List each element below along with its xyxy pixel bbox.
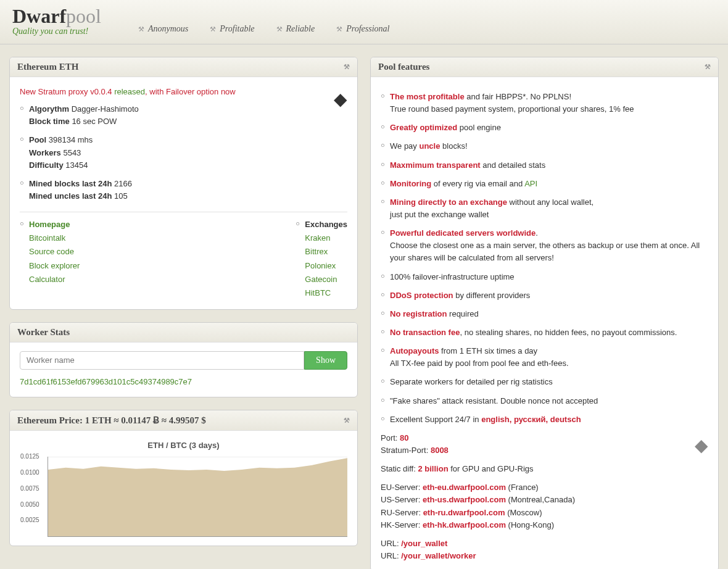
homepage-link[interactable]: Homepage <box>29 220 70 229</box>
right-links: Exchanges Kraken Bittrex Poloniex Gateco… <box>296 218 347 301</box>
explorer-link[interactable]: Block explorer <box>29 261 80 270</box>
feature-item: Mining directly to an exchange without a… <box>381 196 708 221</box>
worker-panel-header: Worker Stats <box>10 323 357 343</box>
kraken-link[interactable]: Kraken <box>305 233 330 243</box>
feature-item: "Fake shares" attack resistant. Double n… <box>381 395 708 407</box>
ethereum-panel: Ethereum ETH ⚒ ◆ New Stratum proxy v0.0.… <box>9 57 358 310</box>
logo-block: Dwarfpool Quality you can trust! <box>12 5 101 36</box>
feature-item: DDoS protection by different providers <box>381 289 708 302</box>
chart-ytick: 0.0100 <box>20 468 39 478</box>
price-panel-header: Ethereum Price: 1 ETH ≈ 0.01147 Ƀ ≈ 4.99… <box>10 410 357 431</box>
feature-item: The most profitable and fair HBPPS*. No … <box>381 91 708 115</box>
feature-item: No registration required <box>381 308 708 320</box>
chart-area <box>48 457 347 536</box>
price-panel: Ethereum Price: 1 ETH ≈ 0.01147 Ƀ ≈ 4.99… <box>9 410 358 546</box>
nav-professional[interactable]: Professional <box>336 24 389 34</box>
exchanges-label: Exchanges <box>296 218 347 231</box>
server-row: RU-Server: eth-ru.dwarfpool.com (Moscow) <box>381 507 708 519</box>
gatecoin-link[interactable]: Gatecoin <box>305 275 337 284</box>
feature-item: Autopayouts from 1 ETH six times a dayAl… <box>381 345 708 370</box>
feature-item: Separate workers for detailed per rig st… <box>381 376 708 388</box>
feature-item: Greatly optimized pool engine <box>381 122 708 134</box>
feature-item: Powerful dedicated servers worldwide.Cho… <box>381 227 708 264</box>
ethereum-panel-header: Ethereum ETH ⚒ <box>10 57 357 77</box>
poloniex-link[interactable]: Poloniex <box>305 261 336 270</box>
chart-ytick: 0.0025 <box>20 516 39 526</box>
feature-item: No transaction fee, no stealing shares, … <box>381 326 708 339</box>
chart-ytick: 0.0075 <box>20 484 39 494</box>
hammer-icon: ⚒ <box>344 63 350 71</box>
bitcointalk-link[interactable]: Bitcointalk <box>29 233 65 243</box>
api-link[interactable]: API <box>524 179 537 188</box>
panel-title: Ethereum Price: 1 ETH ≈ 0.01147 Ƀ ≈ 4.99… <box>17 415 206 426</box>
panel-title: Ethereum ETH <box>17 62 78 72</box>
algo-item: Algorythm Dagger-Hashimoto Block time 16… <box>20 103 347 128</box>
nav-profitable[interactable]: Profitable <box>210 24 254 34</box>
feature-item: We pay uncle blocks! <box>381 140 708 152</box>
feature-item: Excellent Support 24/7 in english, русск… <box>381 413 708 426</box>
source-link[interactable]: Source code <box>29 247 74 256</box>
panel-title: Worker Stats <box>17 327 70 338</box>
pool-item: Pool 398134 mhs Workers 5543 Difficulty … <box>20 134 347 171</box>
chart-ytick: 0.0050 <box>20 500 39 510</box>
price-chart: 0.00250.00500.00750.01000.0125 <box>48 457 347 537</box>
feature-item: Monitoring of every rig via email and AP… <box>381 178 708 190</box>
nav-anonymous[interactable]: Anonymous <box>138 24 188 34</box>
stratum-link[interactable]: released <box>112 87 145 96</box>
hitbtc-link[interactable]: HitBTC <box>305 288 331 297</box>
calculator-link[interactable]: Calculator <box>29 275 65 284</box>
server-row: EU-Server: eth-eu.dwarfpool.com (France) <box>381 481 708 494</box>
feature-item: Maxmimum transparent and detailed stats <box>381 159 708 172</box>
nav-reliable[interactable]: Reliable <box>276 24 315 34</box>
features-list: The most profitable and fair HBPPS*. No … <box>381 91 708 426</box>
worker-stats-panel: Worker Stats Show 7d1cd61f6153efd679963d… <box>9 322 358 397</box>
logo[interactable]: Dwarfpool <box>12 5 101 28</box>
chart-ytick: 0.0125 <box>20 452 39 462</box>
worker-name-input[interactable] <box>20 351 304 370</box>
ethereum-icon: ◆ <box>695 432 708 459</box>
top-nav: Anonymous Profitable Reliable Profession… <box>138 24 390 36</box>
bittrex-link[interactable]: Bittrex <box>305 247 328 256</box>
features-panel-header: Pool features ⚒ <box>371 57 718 77</box>
server-row: HK-Server: eth-hk.dwarfpool.com (Hong-Ko… <box>381 519 708 531</box>
mined-item: Mined blocks last 24h 2166 Mined uncles … <box>20 178 347 202</box>
hammer-icon: ⚒ <box>344 417 350 425</box>
site-header: Dwarfpool Quality you can trust! Anonymo… <box>0 0 728 44</box>
stratum-notice: New Stratum proxy v0.0.4 released, with … <box>20 86 347 98</box>
panel-title: Pool features <box>378 62 429 72</box>
show-button[interactable]: Show <box>304 351 347 370</box>
server-info: ◆ Port: 80 Stratum-Port: 8008 Static dif… <box>381 432 708 562</box>
hammer-icon: ⚒ <box>705 63 711 71</box>
logo-main: Dwarf <box>12 5 66 27</box>
feature-item: 100% failover-infrastructure uptime <box>381 271 708 283</box>
wallet-hash[interactable]: 7d1cd61f6153efd679963d101c5c49374989c7e7 <box>20 376 347 388</box>
tagline: Quality you can trust! <box>12 27 101 36</box>
pool-features-panel: Pool features ⚒ The most profitable and … <box>370 57 719 569</box>
server-row: US-Server: eth-us.dwarfpool.com (Montrea… <box>381 494 708 506</box>
chart-title: ETH / BTC (3 days) <box>20 439 347 452</box>
logo-accent: pool <box>66 5 101 27</box>
left-links: Homepage Bitcointalk Source code Block e… <box>20 218 80 301</box>
